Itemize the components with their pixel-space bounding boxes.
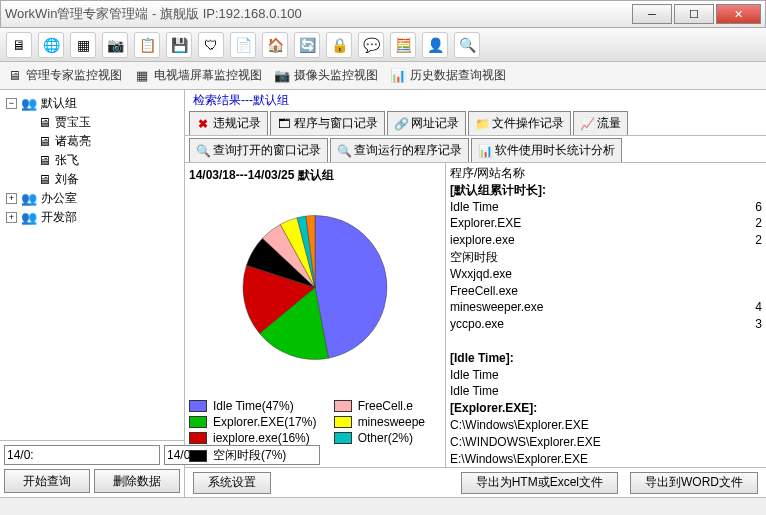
window-icon: 🗔	[277, 117, 291, 131]
list-header: 程序/网站名称	[450, 165, 762, 182]
list-item[interactable]: C:\WINDOWS\Explorer.EXE	[450, 434, 762, 451]
tree-user[interactable]: 🖥贾宝玉	[36, 113, 180, 132]
record-tabs: ✖违规记录 🗔程序与窗口记录 🔗网址记录 📁文件操作记录 📈流量	[185, 111, 766, 136]
toolbar-icon-chat[interactable]: 💬	[358, 32, 384, 58]
list-item[interactable]: E:\Windows\Explorer.EXE	[450, 451, 762, 467]
export-htm-button[interactable]: 导出为HTM或Excel文件	[461, 472, 618, 494]
legend-item: FreeCell.e	[334, 398, 425, 414]
toolbar-icon-monitor[interactable]: 🖥	[6, 32, 32, 58]
tab-camera-view[interactable]: 📷摄像头监控视图	[274, 67, 378, 84]
list-section: [Explorer.EXE]:	[450, 400, 762, 417]
list-item[interactable]: Explorer.EXE2	[450, 215, 762, 232]
tab-monitor-view[interactable]: 🖥管理专家监控视图	[6, 67, 122, 84]
maximize-button[interactable]: ☐	[674, 4, 714, 24]
tree-group[interactable]: +👥开发部	[4, 208, 180, 227]
tab-history-view[interactable]: 📊历史数据查询视图	[390, 67, 506, 84]
expand-icon[interactable]: +	[6, 193, 17, 204]
pc-icon: 🖥	[38, 172, 51, 187]
toolbar-icon-screens[interactable]: ▦	[70, 32, 96, 58]
legend-item: 空闲时段(7%)	[189, 446, 316, 465]
list-section: [默认组累计时长]:	[450, 182, 762, 199]
client-tree[interactable]: −👥默认组 🖥贾宝玉 🖥诸葛亮 🖥张飞 🖥刘备 +👥办公室 +👥开发部	[0, 90, 184, 440]
list-item[interactable]: Idle Time6	[450, 199, 762, 216]
toolbar-icon-camera[interactable]: 📷	[102, 32, 128, 58]
status-bar	[0, 497, 766, 515]
flow-icon: 📈	[580, 117, 594, 131]
tab-usage[interactable]: 📊软件使用时长统计分析	[471, 138, 622, 162]
grid-icon: ▦	[134, 68, 150, 84]
search-result-label: 检索结果---默认组	[185, 90, 766, 111]
pc-icon: 🖥	[38, 115, 51, 130]
close-button[interactable]: ✕	[716, 4, 761, 24]
list-item[interactable]: iexplore.exe2	[450, 232, 762, 249]
export-word-button[interactable]: 导出到WORD文件	[630, 472, 758, 494]
toolbar-icon-home[interactable]: 🏠	[262, 32, 288, 58]
file-icon: 📁	[475, 117, 489, 131]
group-icon: 👥	[21, 96, 37, 111]
date-from-input[interactable]	[4, 445, 160, 465]
chart-header: 14/03/18---14/03/25 默认组	[189, 165, 441, 186]
toolbar-icon-calc[interactable]: 🧮	[390, 32, 416, 58]
right-pane: 检索结果---默认组 ✖违规记录 🗔程序与窗口记录 🔗网址记录 📁文件操作记录 …	[185, 90, 766, 497]
list-item[interactable]: Idle Time	[450, 383, 762, 400]
toolbar-icon-globe[interactable]: 🌐	[38, 32, 64, 58]
chart-icon: 📊	[478, 144, 492, 158]
pc-icon: 🖥	[38, 153, 51, 168]
tree-group[interactable]: +👥办公室	[4, 189, 180, 208]
search-icon: 🔍	[196, 144, 210, 158]
chart-legend: Idle Time(47%)Explorer.EXE(17%)iexplore.…	[189, 398, 441, 465]
list-item[interactable]: Wxxjqd.exe	[450, 266, 762, 283]
tab-flow[interactable]: 📈流量	[573, 111, 628, 135]
expand-icon[interactable]: +	[6, 212, 17, 223]
tab-violation[interactable]: ✖违规记录	[189, 111, 268, 135]
toolbar-icon-lock[interactable]: 🔒	[326, 32, 352, 58]
list-item[interactable]: 空闲时段	[450, 249, 762, 266]
search-icon: 🔍	[337, 144, 351, 158]
tree-user[interactable]: 🖥诸葛亮	[36, 132, 180, 151]
start-query-button[interactable]: 开始查询	[4, 469, 90, 493]
window-title: WorkWin管理专家管理端 - 旗舰版 IP:192.168.0.100	[5, 5, 632, 23]
camera-icon: 📷	[274, 68, 290, 84]
left-pane: −👥默认组 🖥贾宝玉 🖥诸葛亮 🖥张飞 🖥刘备 +👥办公室 +👥开发部 开始查询…	[0, 90, 185, 497]
tab-url[interactable]: 🔗网址记录	[387, 111, 466, 135]
list-item[interactable]: minesweeper.exe4	[450, 299, 762, 316]
toolbar-icon-user[interactable]: 👤	[422, 32, 448, 58]
tree-user[interactable]: 🖥张飞	[36, 151, 180, 170]
list-item[interactable]: FreeCell.exe	[450, 283, 762, 300]
pie-chart	[189, 186, 441, 398]
history-icon: 📊	[390, 68, 406, 84]
program-list[interactable]: 程序/网站名称 [默认组累计时长]: Idle Time6Explorer.EX…	[445, 163, 766, 467]
toolbar-icon-disk[interactable]: 💾	[166, 32, 192, 58]
pc-icon: 🖥	[38, 134, 51, 149]
tab-fileop[interactable]: 📁文件操作记录	[468, 111, 571, 135]
group-icon: 👥	[21, 191, 37, 206]
tree-user[interactable]: 🖥刘备	[36, 170, 180, 189]
minimize-button[interactable]: ─	[632, 4, 672, 24]
sub-tabs: 🔍查询打开的窗口记录 🔍查询运行的程序记录 📊软件使用时长统计分析	[185, 136, 766, 163]
collapse-icon[interactable]: −	[6, 98, 17, 109]
list-item[interactable]: yccpo.exe3	[450, 316, 762, 333]
bottom-bar: 系统设置 导出为HTM或Excel文件 导出到WORD文件	[185, 467, 766, 497]
legend-item: minesweepe	[334, 414, 425, 430]
tab-progwin[interactable]: 🗔程序与窗口记录	[270, 111, 385, 135]
list-item[interactable]: Idle Time	[450, 367, 762, 384]
link-icon: 🔗	[394, 117, 408, 131]
tab-tvwall-view[interactable]: ▦电视墙屏幕监控视图	[134, 67, 262, 84]
tab-runprog[interactable]: 🔍查询运行的程序记录	[330, 138, 469, 162]
legend-item: iexplore.exe(16%)	[189, 430, 316, 446]
toolbar-icon-shield[interactable]: 🛡	[198, 32, 224, 58]
legend-item: Idle Time(47%)	[189, 398, 316, 414]
toolbar-icon-search[interactable]: 🔍	[454, 32, 480, 58]
tree-root[interactable]: −👥默认组	[4, 94, 180, 113]
toolbar-icon-list[interactable]: 📋	[134, 32, 160, 58]
list-item[interactable]: C:\Windows\Explorer.EXE	[450, 417, 762, 434]
legend-item: Explorer.EXE(17%)	[189, 414, 316, 430]
sys-settings-button[interactable]: 系统设置	[193, 472, 271, 494]
toolbar-icon-doc[interactable]: 📄	[230, 32, 256, 58]
list-section: [Idle Time]:	[450, 350, 762, 367]
tab-openwin[interactable]: 🔍查询打开的窗口记录	[189, 138, 328, 162]
toolbar-icon-refresh[interactable]: 🔄	[294, 32, 320, 58]
legend-item: Other(2%)	[334, 430, 425, 446]
title-bar: WorkWin管理专家管理端 - 旗舰版 IP:192.168.0.100 ─ …	[0, 0, 766, 28]
clear-data-button[interactable]: 删除数据	[94, 469, 180, 493]
